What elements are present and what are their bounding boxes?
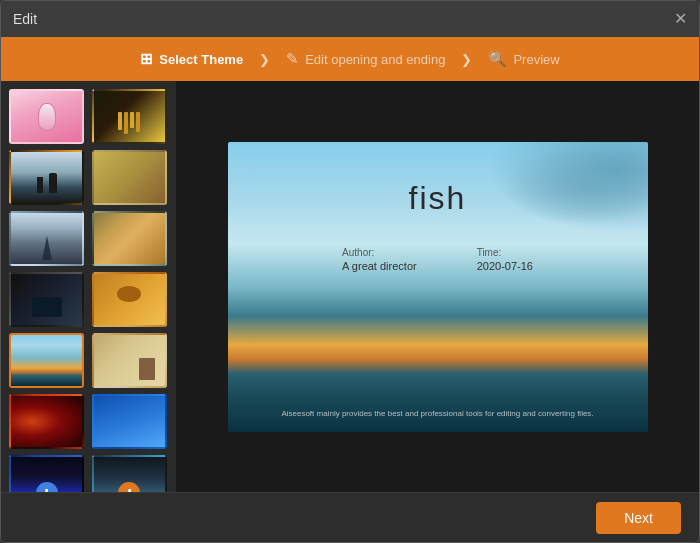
step-preview[interactable]: 🔍 Preview <box>474 50 573 68</box>
thumbnail-10[interactable] <box>92 333 167 388</box>
step-select-theme[interactable]: ⊞ Select Theme <box>126 50 257 68</box>
step-arrow-2: ❯ <box>461 52 472 67</box>
thumbnail-14[interactable]: ⬇ <box>92 455 167 492</box>
theme-icon: ⊞ <box>140 50 153 68</box>
preview-footer: Aiseesoft mainly provides the best and p… <box>228 409 648 418</box>
bottom-bar: Next <box>1 492 699 542</box>
time-col: Time: 2020-07-16 <box>477 247 533 272</box>
time-label: Time: <box>477 247 502 258</box>
download-icon-13[interactable]: ⬇ <box>36 482 58 492</box>
close-button[interactable]: ✕ <box>674 11 687 27</box>
thumbnail-7[interactable] <box>9 272 84 327</box>
step1-label: Select Theme <box>159 52 243 67</box>
window-title: Edit <box>13 11 37 27</box>
step-edit-opening[interactable]: ✎ Edit opening and ending <box>272 50 459 68</box>
download-icon-14[interactable]: ⬇ <box>118 482 140 492</box>
author-label: Author: <box>342 247 374 258</box>
thumbnail-6[interactable] <box>92 211 167 266</box>
title-bar: Edit ✕ <box>1 1 699 37</box>
thumbnail-3[interactable] <box>9 150 84 205</box>
step2-label: Edit opening and ending <box>305 52 445 67</box>
thumbnail-13[interactable]: ⬇ <box>9 455 84 492</box>
preview-icon: 🔍 <box>488 50 507 68</box>
thumbnail-8[interactable] <box>92 272 167 327</box>
thumbnail-11[interactable] <box>9 394 84 449</box>
author-col: Author: A great director <box>342 247 417 272</box>
author-value: A great director <box>342 260 417 272</box>
preview-meta: Author: A great director Time: 2020-07-1… <box>342 247 533 272</box>
edit-icon: ✎ <box>286 50 299 68</box>
thumbnail-12[interactable] <box>92 394 167 449</box>
main-content: ⬇ ⬇ fish Author: A great director <box>1 81 699 492</box>
steps-bar: ⊞ Select Theme ❯ ✎ Edit opening and endi… <box>1 37 699 81</box>
preview-title: fish <box>228 180 648 217</box>
thumbnail-4[interactable] <box>92 150 167 205</box>
edit-window: Edit ✕ ⊞ Select Theme ❯ ✎ Edit opening a… <box>0 0 700 543</box>
step3-label: Preview <box>513 52 559 67</box>
thumbnail-9[interactable] <box>9 333 84 388</box>
step-arrow-1: ❯ <box>259 52 270 67</box>
next-button[interactable]: Next <box>596 502 681 534</box>
thumbnail-2[interactable] <box>92 89 167 144</box>
preview-card: fish Author: A great director Time: 2020… <box>228 142 648 432</box>
thumbnail-5[interactable] <box>9 211 84 266</box>
thumbnail-1[interactable] <box>9 89 84 144</box>
thumbnail-sidebar: ⬇ ⬇ <box>1 81 176 492</box>
preview-area: fish Author: A great director Time: 2020… <box>176 81 699 492</box>
time-value: 2020-07-16 <box>477 260 533 272</box>
